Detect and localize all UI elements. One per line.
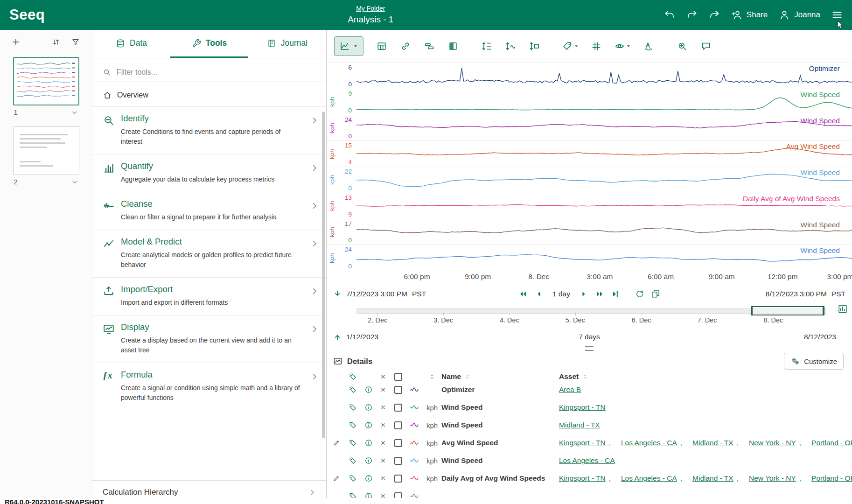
asset-link[interactable]: Portland - OR [811,439,852,447]
lane-label[interactable]: Avg Wind Speed [786,142,840,151]
undo-button[interactable] [664,9,675,21]
asset-link[interactable]: Kingsport - TN [559,474,606,483]
remove-icon[interactable] [380,440,386,446]
tag-icon[interactable] [349,403,357,412]
user-menu-button[interactable]: Joanna [779,9,820,21]
breadcrumb[interactable]: My Folder [348,5,393,13]
main-menu-button[interactable] [831,9,843,21]
asset-link[interactable]: Los Angeles - CA [621,474,677,483]
remove-icon[interactable] [380,422,386,428]
worksheet-thumbnail[interactable] [13,57,79,105]
chevron-down-icon[interactable] [71,178,78,186]
row-checkbox[interactable] [394,457,402,465]
reorder-worksheets-button[interactable] [52,38,60,46]
asset-link[interactable]: Portland - OR [811,474,852,483]
tag-icon[interactable] [349,439,357,447]
edit-formula-button[interactable] [328,475,344,482]
overview-toggle-button[interactable] [838,304,848,316]
lane-y-axis[interactable]: kph240 [327,115,356,141]
calendar-table-button[interactable] [371,37,392,56]
one-lane-button[interactable] [476,37,497,56]
tool-item-quantify[interactable]: QuantifyAggregate your data to calculate… [92,154,326,192]
tag-icon[interactable] [349,421,357,429]
annotate-button[interactable] [696,37,716,56]
expand-range-button[interactable] [329,330,345,343]
lane-label[interactable]: Wind Speed [801,91,840,99]
chain-view-button[interactable] [395,37,416,56]
asset-link[interactable]: Kingsport - TN [559,439,606,447]
dimming-button[interactable] [638,37,659,56]
info-icon[interactable] [364,474,373,483]
row-checkbox[interactable] [394,439,402,447]
tools-scrollbar[interactable] [322,112,325,438]
one-yaxis-button[interactable] [500,37,521,56]
remove-all-icon[interactable] [380,373,386,380]
lane-y-axis[interactable]: 60 [327,63,356,89]
info-icon[interactable] [364,439,373,447]
chevron-down-icon[interactable] [71,109,78,116]
display-range-start[interactable]: 7/12/2023 3:00 PM [346,290,407,298]
display-range-duration[interactable]: 1 day [552,290,570,298]
lane-y-axis[interactable]: kph220 [327,167,356,193]
panel-resize-handle[interactable] [327,344,852,352]
view-mode-button[interactable] [334,36,363,56]
lane-label[interactable]: Wind Speed [801,221,840,229]
autoscale-button[interactable] [524,37,545,56]
new-worksheet-button[interactable] [11,37,21,47]
info-icon[interactable] [364,403,373,412]
investigate-range-end[interactable]: 8/12/2023 [804,333,836,341]
shrink-range-button[interactable] [329,285,345,303]
step-back-fast-button[interactable] [516,285,530,303]
asset-link[interactable]: New York - NY [749,439,796,447]
lane-y-axis[interactable]: kph170 [327,219,356,245]
compare-view-button[interactable] [443,37,463,56]
lane-label[interactable]: Wind Speed [801,117,840,125]
tool-item-display[interactable]: DisplayCreate a display based on the cur… [92,315,326,363]
row-checkbox[interactable] [394,421,402,429]
row-checkbox[interactable] [394,404,402,412]
sort-icon[interactable] [464,373,471,380]
remove-icon[interactable] [380,475,386,482]
auto-update-button[interactable] [633,285,647,303]
tool-item-model-predict[interactable]: Model & PredictCreate analytical models … [92,230,326,277]
filter-tools-input[interactable] [116,68,326,77]
tag-column-icon[interactable] [349,372,357,381]
step-forward-fast-button[interactable] [593,285,607,303]
lane-label[interactable]: Optimizer [809,64,840,73]
overview-item[interactable]: Overview [92,82,326,106]
row-checkbox[interactable] [394,475,402,483]
asset-column-header[interactable]: Asset [559,372,579,381]
tag-icon[interactable] [349,474,357,483]
lane-y-axis[interactable]: kph240 [327,245,356,271]
remove-icon[interactable] [380,457,386,464]
remove-icon[interactable] [380,404,386,411]
investigate-range-duration[interactable]: 7 days [579,333,600,341]
redo-button[interactable] [686,9,698,21]
asset-link[interactable]: New York - NY [749,474,796,483]
name-column-header[interactable]: Name [441,372,461,381]
tag-icon[interactable] [349,385,357,394]
row-checkbox[interactable] [394,386,402,394]
copy-range-button[interactable] [649,285,663,303]
forward-share-button[interactable] [709,9,720,21]
lane-y-axis[interactable]: kph154 [327,141,356,167]
tag-icon[interactable] [349,456,357,465]
tool-item-identify[interactable]: IdentifyCreate Conditions to find events… [92,106,326,154]
investigate-range-start[interactable]: 1/12/2023 [346,333,378,341]
lane-label[interactable]: Wind Speed [801,246,840,255]
gridlines-button[interactable] [586,37,607,56]
overview-band[interactable] [356,308,826,314]
asset-link[interactable]: Kingsport - TN [559,403,606,412]
asset-link[interactable]: Midland - TX [692,474,733,483]
tool-item-cleanse[interactable]: CleanseClean or filter a signal to prepa… [92,192,326,230]
tab-journal[interactable]: Journal [248,30,326,58]
share-button[interactable]: Share [731,9,768,21]
customize-button[interactable]: Customize [784,353,844,370]
tab-tools[interactable]: Tools [170,30,248,58]
info-icon[interactable] [364,421,373,429]
hide-items-button[interactable] [610,37,635,56]
labels-button[interactable] [558,37,583,56]
seeq-logo[interactable]: Seeq [9,7,45,23]
asset-link[interactable]: Los Angeles - CA [559,456,615,465]
lane-label[interactable]: Wind Speed [801,168,840,177]
